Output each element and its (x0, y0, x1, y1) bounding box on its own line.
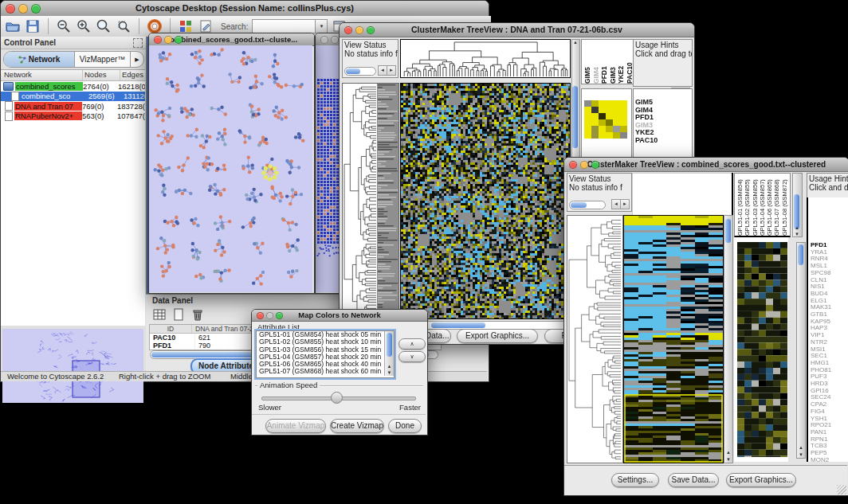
tv1-status-scrollbar[interactable] (344, 67, 376, 76)
close-button[interactable] (257, 312, 264, 319)
resize-grip[interactable] (837, 485, 846, 494)
tv2-status-scrollbar[interactable] (569, 201, 606, 209)
done-button[interactable]: Done (388, 419, 422, 433)
zoom-in-icon[interactable] (76, 18, 92, 34)
attribute-list-item[interactable]: GPL51-07 (GSM868) heat shock 60 min (257, 368, 394, 375)
settings-button[interactable]: Settings... (611, 473, 659, 487)
animation-speed-slider-thumb[interactable] (331, 392, 343, 404)
column-label[interactable]: GPL51-01 (GSM854) (736, 174, 743, 236)
screen: Cytoscape Desktop (Session Name: collins… (0, 0, 848, 504)
close-button[interactable] (344, 26, 352, 34)
tv2-heatmap-scrollbar[interactable]: ▲ ▼ (724, 215, 733, 463)
scroll-down-icon[interactable]: ▼ (387, 370, 392, 375)
minimize-button[interactable] (580, 161, 588, 169)
tv2-detail-scrollbar[interactable]: ▲ ▼ (796, 242, 806, 459)
network-table-row[interactable]: RNAPuberNov2+ 563(0) 107847(0) (1, 111, 145, 122)
scroll-up-icon[interactable]: ▲ (387, 364, 392, 369)
tv1-column-labels: GIM5GIM4PFD1GIM3YKE2PAC10 (581, 39, 634, 84)
column-label[interactable]: GIM3 (609, 40, 618, 84)
tv2-row-dendrogram[interactable] (567, 215, 623, 463)
dialog-titlebar[interactable]: Map Colors to Network (252, 310, 427, 322)
scroll-up-icon[interactable]: ▲ (573, 40, 578, 45)
scroll-up-icon[interactable]: ▲ (795, 225, 799, 230)
network-canvas[interactable] (149, 45, 312, 292)
column-label[interactable]: PFD1 (600, 40, 609, 84)
tv2-labels-scrollbar[interactable]: ▲ ▼ (792, 173, 803, 237)
zoom-button[interactable] (175, 36, 183, 44)
export-graphics-button[interactable]: Export Graphics... (457, 329, 538, 343)
scroll-down-icon[interactable]: ▼ (726, 457, 731, 462)
move-up-button[interactable]: ∧ (398, 338, 426, 350)
create-vizmap-button[interactable]: Create Vizmap (330, 419, 384, 433)
zoom-out-icon[interactable] (56, 18, 72, 34)
float-panel-icon[interactable] (133, 38, 143, 48)
open-session-icon[interactable] (5, 18, 21, 34)
save-session-icon[interactable] (25, 18, 41, 34)
zoom-button[interactable] (276, 312, 283, 319)
tab-network[interactable]: Network (4, 52, 75, 67)
zoom-button[interactable] (591, 161, 599, 169)
vizmapper-icon[interactable] (178, 18, 194, 34)
delete-attribute-icon[interactable] (190, 307, 205, 322)
gene-label[interactable]: MON2 (811, 457, 848, 464)
map-colors-dialog: Map Colors to Network Attribute List GPL… (251, 309, 428, 436)
save-data-button[interactable]: Save Data... (668, 473, 719, 487)
scroll-right-icon[interactable]: ► (387, 65, 396, 76)
minimize-button[interactable] (18, 4, 28, 14)
treeview2-window: ClusterMaker TreeView : combined_scores_… (563, 157, 848, 496)
column-label[interactable]: YKE2 (617, 40, 626, 84)
scroll-right-icon[interactable]: ► (620, 199, 630, 209)
zoom-button[interactable] (31, 4, 41, 14)
tv1-mini-matrix[interactable] (584, 100, 627, 139)
animate-vizmap-button[interactable]: Animate Vizmap (265, 419, 326, 433)
export-graphics-button[interactable]: Export Graphics... (726, 473, 796, 487)
tv1-heatmap[interactable] (400, 83, 571, 319)
minimize-button[interactable] (355, 26, 363, 34)
scroll-down-icon[interactable]: ▼ (799, 452, 803, 457)
zoom-selected-icon[interactable] (116, 18, 132, 34)
column-label[interactable]: GIM5 (583, 40, 592, 84)
tv1-column-dendrogram[interactable] (400, 39, 571, 78)
tv2-heatmap[interactable] (623, 215, 724, 463)
scroll-up-icon[interactable]: ▲ (726, 450, 731, 455)
tab-overflow-arrow[interactable]: ▶ (131, 52, 143, 67)
move-down-button[interactable]: ∨ (398, 351, 426, 362)
new-attribute-icon[interactable] (171, 307, 186, 322)
minimize-button[interactable] (164, 36, 172, 44)
column-label[interactable]: GPL51-07 (GSM868) (772, 174, 779, 236)
close-button[interactable] (6, 4, 15, 14)
close-button[interactable] (154, 36, 162, 44)
help-lifesaver-icon[interactable] (147, 18, 163, 34)
network-overview[interactable] (2, 329, 143, 369)
close-button[interactable] (569, 161, 577, 169)
gene-label[interactable]: PAC10 (635, 137, 692, 145)
minimize-button[interactable] (266, 312, 273, 319)
attribute-select-icon[interactable] (152, 307, 167, 322)
attribute-list-scrollbar[interactable]: ▲ ▼ (384, 331, 394, 376)
scroll-down-icon[interactable]: ▼ (795, 232, 799, 236)
zoom-button[interactable] (367, 26, 375, 34)
column-label[interactable]: GPL51-04 (GSM857) (758, 174, 765, 236)
network-table-row[interactable]: combined_scores 2764(0) 16218(0) (1, 81, 145, 92)
treeview2-titlebar[interactable]: ClusterMaker TreeView : combined_scores_… (564, 158, 848, 172)
column-label[interactable]: GPL51-02 (GSM855) (743, 174, 750, 236)
network-table-row[interactable]: DNA and Tran 07 769(0) 183728(0) (1, 101, 145, 111)
column-label[interactable]: GPL51-03 (GSM856) (751, 174, 758, 236)
treeview1-titlebar[interactable]: ClusterMaker TreeView : DNA and Tran 07-… (340, 23, 694, 37)
network-table-row[interactable]: combined_sco 2569(6) 13112(15) (1, 92, 145, 102)
main-titlebar[interactable]: Cytoscape Desktop (Session Name: collins… (1, 1, 489, 17)
minimize-button[interactable] (331, 36, 339, 44)
scroll-up-icon[interactable]: ▲ (799, 445, 803, 450)
search-input[interactable] (252, 19, 316, 33)
column-label[interactable]: GIM4 (592, 40, 601, 84)
annotation-icon[interactable] (198, 18, 214, 34)
control-panel: Control Panel Network VizMapper™ ▶ Netwo… (1, 37, 147, 371)
network-view-titlebar[interactable]: combined_scores_good.txt--cluste... (149, 33, 314, 46)
zoom-fit-icon[interactable] (96, 18, 112, 34)
tv1-row-dendrogram[interactable] (342, 83, 399, 319)
search-dropdown-icon[interactable]: ▼ (316, 19, 328, 33)
tab-vizmapper[interactable]: VizMapper™ (75, 52, 131, 67)
tv2-detail-heatmap[interactable] (737, 242, 787, 457)
column-label[interactable]: GPL51-08 (GSM872) (780, 174, 787, 236)
close-button[interactable] (320, 36, 328, 44)
